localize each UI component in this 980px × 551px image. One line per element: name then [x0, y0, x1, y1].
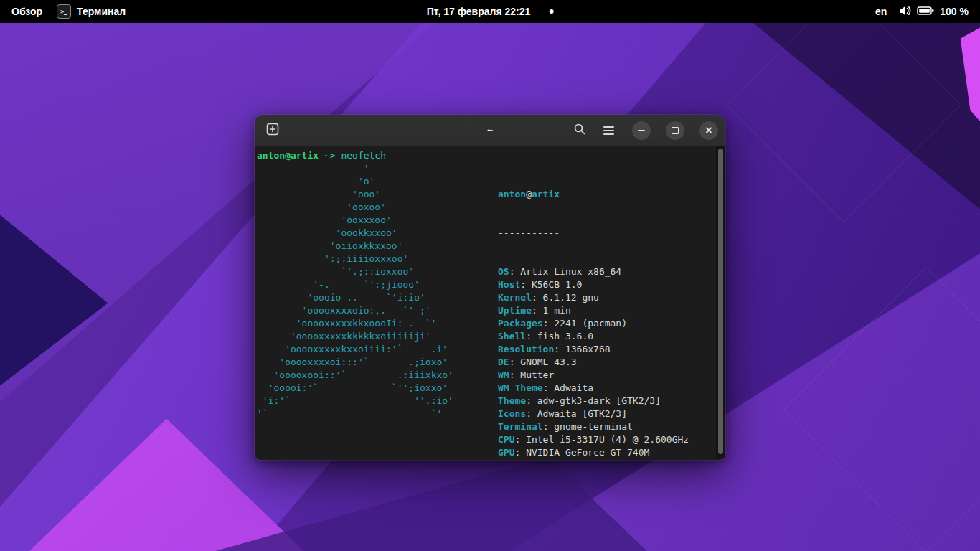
keyboard-layout-indicator[interactable]: en: [875, 0, 887, 23]
close-button[interactable]: ×: [699, 121, 718, 140]
neofetch-host: artix: [532, 189, 560, 199]
activities-button[interactable]: Обзор: [11, 0, 42, 23]
close-icon: ×: [705, 125, 712, 136]
desktop: Обзор >_ Терминал Пт, 17 февраля 22:21 e…: [0, 0, 980, 551]
search-button[interactable]: [569, 120, 590, 141]
gnome-top-bar: Обзор >_ Терминал Пт, 17 февраля 22:21 e…: [0, 0, 980, 23]
neofetch-info-line: WM Theme: Adwaita: [498, 382, 706, 395]
window-title: ~: [487, 125, 493, 136]
maximize-button[interactable]: [666, 121, 684, 140]
notification-dot: [549, 9, 553, 14]
neofetch-info-line: OS: Artix Linux x86_64: [498, 265, 706, 278]
prompt-path: ~: [319, 150, 330, 161]
terminal-scrollbar[interactable]: [716, 146, 725, 459]
hamburger-menu-icon: [603, 126, 614, 135]
activities-label: Обзор: [11, 6, 42, 17]
neofetch-info-line: Icons: Adwaita [GTK2/3]: [498, 408, 706, 420]
minimize-button[interactable]: [632, 121, 651, 140]
neofetch-info-line: Uptime: 1 min: [498, 304, 706, 317]
neofetch-info-line: Shell: fish 3.6.0: [498, 330, 706, 343]
neofetch-info-panel: anton@artix ----------- OS: Artix Linux …: [498, 162, 706, 460]
system-status-area[interactable]: 100 %: [898, 5, 969, 19]
neofetch-info-line: Terminal: gnome-terminal: [498, 420, 706, 433]
neofetch-info-lines: OS: Artix Linux x86_64Host: K56CB 1.0Ker…: [498, 265, 706, 460]
neofetch-info-line: Resolution: 980x551: [498, 343, 706, 356]
clock-label: Пт, 17 февраля 22:21: [427, 6, 531, 17]
prompt-symbol: >: [330, 150, 341, 161]
neofetch-info-line: Theme: adw-gtk3-dark [GTK2/3]: [498, 395, 706, 408]
clock-button[interactable]: Пт, 17 февраля 22:21: [427, 0, 554, 23]
terminal-viewport[interactable]: anton@artix ~> neofetch ' 'o' 'ooo' 'oox…: [255, 146, 725, 460]
hamburger-menu-button[interactable]: [598, 120, 619, 141]
volume-icon: [898, 5, 911, 19]
neofetch-info-line: GPU: NVIDIA GeForce GT 740M: [498, 446, 706, 459]
battery-icon: [917, 6, 934, 18]
focused-app-menu[interactable]: >_ Терминал: [57, 0, 126, 23]
neofetch-info-line: Kernel: 6.1.12-gnu: [498, 291, 706, 304]
minimize-icon: [638, 130, 645, 131]
neofetch-info-line: Host: K56CB 1.0: [498, 278, 706, 291]
neofetch-info-line: DE: GNOME 43.3: [498, 356, 706, 369]
neofetch-separator: -----------: [498, 227, 706, 240]
neofetch-info-line: CPU: Intel i5-3317U (4) @ 2.600GHz: [498, 433, 706, 446]
new-tab-button[interactable]: [262, 120, 283, 141]
shell-prompt-line: anton@artix ~> neofetch: [257, 149, 725, 162]
scrollbar-thumb[interactable]: [718, 149, 723, 454]
focused-app-name: Терминал: [77, 6, 126, 17]
maximize-icon: [672, 127, 679, 134]
battery-percent-label: 100 %: [940, 6, 969, 17]
prompt-command: neofetch: [341, 150, 386, 161]
terminal-headerbar[interactable]: ~ ×: [255, 115, 725, 146]
neofetch-at-sign: @: [526, 189, 532, 199]
neofetch-info-line: Packages: 2241 (pacman): [498, 317, 706, 330]
terminal-window: ~ ×: [255, 115, 725, 460]
neofetch-user: anton: [498, 189, 526, 199]
terminal-app-icon-glyph: >_: [60, 9, 67, 15]
neofetch-info-line: WM: Mutter: [498, 369, 706, 382]
prompt-user-host: anton@artix: [257, 150, 319, 161]
new-tab-icon: [266, 123, 279, 138]
search-icon: [573, 123, 586, 138]
neofetch-info-line: GPU: Intel 3rd Gen Core processor Gra: [498, 459, 706, 460]
neofetch-user-host-line: anton@artix: [498, 188, 706, 201]
keyboard-layout-label: en: [875, 6, 887, 17]
terminal-app-icon: >_: [57, 4, 71, 19]
